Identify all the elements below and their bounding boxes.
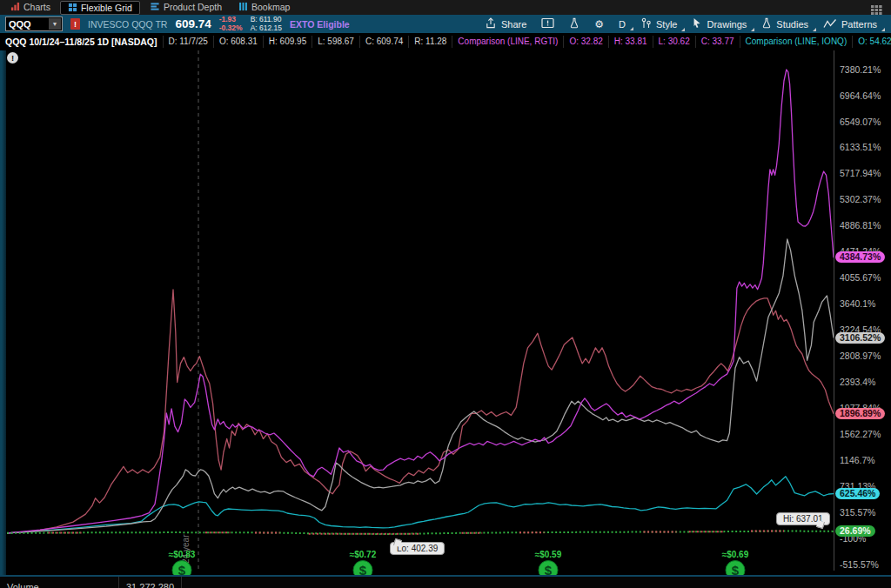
tab-label: Flexible Grid [81, 3, 132, 13]
ohlc-cell: C: 33.77 [696, 36, 740, 48]
ohlc-cell: C: 609.74 [360, 36, 409, 48]
style-button[interactable]: Style [640, 17, 677, 30]
ohlc-cell: H: 33.81 [609, 36, 653, 48]
ask-value: A: 612.15 [251, 24, 282, 33]
axis-tick-label: 1562.27% [840, 429, 881, 439]
dividend-amount-label: ≈$0.69 [722, 550, 749, 559]
beaker-icon [569, 17, 579, 30]
alert-icon[interactable]: ! [70, 18, 80, 30]
ohlc-cell: L: 598.67 [312, 36, 360, 48]
last-value-badge: 26.69% [835, 525, 875, 537]
tab-product-depth[interactable]: Product Depth [143, 1, 229, 13]
bar-chart-icon [10, 2, 20, 11]
axis-tick-label: 5302.37% [840, 194, 881, 204]
ohlc-cell: D: 11/7/25 [164, 36, 214, 48]
thinkorswim-chart-window: { "tabs": [ {"label": "Charts", "icon": … [0, 0, 891, 588]
chart-alert-button[interactable] [541, 17, 554, 30]
depth-icon [150, 2, 160, 11]
axis-tick-label: -515.57% [840, 559, 879, 570]
bookmap-icon [238, 2, 248, 11]
change-percent: -0.32% [219, 24, 243, 33]
button-label: D [619, 19, 626, 30]
axis-tick-label: 2808.97% [840, 351, 881, 361]
ohlc-cell: Comparison (LINE, IONQ) [740, 36, 854, 48]
series-line [7, 290, 834, 533]
ohlc-strip: QQQ 10/1/24–11/8/25 1D [NASDAQ]D: 11/7/2… [0, 33, 891, 50]
share-button[interactable]: Share [485, 17, 526, 30]
zigzag-icon [823, 18, 837, 30]
gadget-tab-bar: ChartsFlexible GridProduct DepthBookmap [0, 0, 891, 15]
ohlc-cell: L: 30.62 [653, 36, 696, 48]
axis-tick-label: 3640.1% [840, 298, 875, 309]
symbol-box: ▼ [5, 17, 63, 31]
cursor-icon [692, 17, 702, 30]
last-value-badge: 3106.52% [835, 332, 885, 344]
ohlc-cell: O: 32.82 [564, 36, 608, 48]
patterns-button[interactable]: Patterns [823, 18, 877, 30]
exto-eligible-label: EXTO Eligible [290, 19, 350, 30]
d-button[interactable]: D [619, 19, 626, 30]
axis-tick-label: 2393.4% [840, 377, 875, 387]
button-label: Patterns [841, 19, 877, 30]
chart-alert-icon [541, 17, 554, 30]
tab-label: Bookmap [251, 2, 290, 12]
dividend-amount-label: ≈$0.83 [169, 550, 196, 559]
axis-tick-label: 1146.7% [840, 455, 875, 465]
volume-row: Volume 31,272,280 [0, 575, 891, 588]
drawings-button[interactable]: Drawings [692, 17, 747, 30]
volume-label-cell: Volume [0, 577, 119, 588]
series-line [7, 477, 834, 533]
button-label: Style [656, 19, 677, 30]
tab-bookmap[interactable]: Bookmap [231, 1, 297, 13]
volume-value-cell: 31,272,280 [119, 577, 182, 588]
price-chart[interactable] [0, 0, 891, 588]
button-label: Share [501, 19, 526, 30]
gear-icon: ⚙ [594, 19, 604, 30]
series-line [7, 70, 834, 533]
axis-tick-label: 6133.51% [840, 142, 881, 152]
grid-icon [68, 3, 77, 12]
price-axis-line [834, 50, 834, 571]
ohlc-cell: O: 608.31 [214, 36, 264, 48]
tab-charts[interactable]: Charts [3, 1, 57, 13]
high-tooltip: Hi: 637.01 [776, 512, 830, 525]
symbol-bar: ▼ ! INVESCO QQQ TR 609.74 -1.93 -0.32% B… [0, 15, 891, 33]
tab-label: Product Depth [164, 2, 222, 12]
pane-left-handle[interactable] [0, 50, 6, 575]
axis-tick-label: 315.57% [840, 507, 875, 518]
studies-button[interactable]: Studies [761, 17, 808, 30]
ohlc-cell: R: 11.28 [409, 36, 452, 48]
ohlc-cell: O: 54.62 [853, 36, 891, 48]
axis-tick-label: 4055.67% [840, 272, 881, 283]
price-change: -1.93 -0.32% [219, 16, 243, 33]
chart-info-icon[interactable]: ! [7, 52, 18, 63]
ohlc-cell: QQQ 10/1/24–11/8/25 1D [NASDAQ] [0, 36, 164, 48]
axis-tick-label: 6549.07% [840, 117, 881, 127]
last-value-badge: 1896.89% [835, 408, 885, 419]
last-price: 609.74 [175, 17, 211, 30]
tab-flexible-grid[interactable]: Flexible Grid [60, 1, 140, 15]
company-name: INVESCO QQQ TR [88, 19, 167, 30]
dividend-amount-label: ≈$0.72 [350, 550, 377, 559]
style-pins-icon [640, 17, 652, 30]
axis-tick-label: 5717.94% [840, 168, 881, 178]
low-tooltip: Lo: 402.39 [390, 542, 445, 555]
ohlc-cell: H: 609.95 [264, 36, 312, 48]
share-icon [485, 17, 497, 30]
dividend-amount-label: ≈$0.59 [535, 550, 562, 559]
button-label: Drawings [707, 19, 747, 30]
tab-label: Charts [23, 2, 50, 12]
ohlc-cell: Comparison (LINE, RGTI) [452, 36, 564, 48]
axis-tick-label: 7380.21% [840, 64, 881, 75]
axis-tick-label: 6964.64% [840, 90, 881, 101]
symbol-dropdown-button[interactable]: ▼ [49, 18, 61, 30]
gear-button[interactable]: ⚙ [594, 19, 604, 30]
axis-tick-label: 4886.81% [840, 220, 881, 231]
last-value-badge: 625.46% [835, 488, 880, 499]
beaker-button[interactable] [569, 17, 579, 30]
beaker-icon [761, 17, 772, 30]
series-line [7, 239, 834, 533]
button-label: Studies [776, 19, 808, 30]
symbol-input[interactable] [6, 19, 48, 30]
bid-ask: B: 611.90 A: 612.15 [251, 16, 282, 33]
